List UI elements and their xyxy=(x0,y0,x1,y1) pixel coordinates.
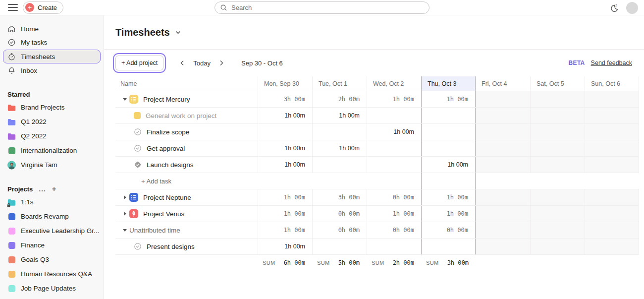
time-cell[interactable] xyxy=(258,173,312,189)
project-item-goals-q3[interactable]: Goals Q3 xyxy=(7,252,104,267)
time-cell[interactable] xyxy=(530,108,585,123)
time-cell[interactable]: 1h 00m xyxy=(367,91,421,107)
expand-triangle-icon[interactable] xyxy=(120,195,129,200)
time-cell[interactable] xyxy=(585,189,639,205)
time-cell[interactable] xyxy=(530,124,585,140)
time-cell[interactable] xyxy=(421,140,476,156)
project-item-1-1s[interactable]: 1:1s xyxy=(7,195,104,209)
time-cell[interactable] xyxy=(530,189,585,205)
time-cell[interactable] xyxy=(476,173,530,189)
time-cell[interactable] xyxy=(476,124,530,140)
time-cell[interactable]: 0h 00m xyxy=(367,222,421,238)
search-bar[interactable] xyxy=(215,1,429,14)
time-cell[interactable] xyxy=(421,124,476,140)
time-cell[interactable] xyxy=(530,91,585,107)
project-item-job-page-updates[interactable]: Job Page Updates xyxy=(7,281,104,296)
starred-item-q2-2022[interactable]: Q2 2022 xyxy=(7,129,104,143)
time-cell[interactable] xyxy=(367,239,421,254)
time-cell[interactable]: 1h 00m xyxy=(421,91,476,107)
time-cell[interactable]: 0h 00m xyxy=(312,222,367,238)
next-week-icon[interactable] xyxy=(215,57,227,69)
time-cell[interactable] xyxy=(421,108,476,123)
task-name[interactable]: Finalize scope xyxy=(147,128,189,136)
time-cell[interactable]: 1h 00m xyxy=(312,140,367,156)
project-item-human-resources-q-a[interactable]: Human Resources Q&A xyxy=(7,267,104,281)
sidebar-toggle-icon[interactable] xyxy=(8,4,18,11)
starred-item-virginia-tam[interactable]: Virginia Tam xyxy=(7,158,104,172)
send-feedback-link[interactable]: Send feedback xyxy=(591,60,632,66)
time-cell[interactable] xyxy=(585,157,639,173)
time-cell[interactable] xyxy=(585,239,639,254)
time-cell[interactable] xyxy=(585,108,639,123)
task-name[interactable]: General work on project xyxy=(146,112,216,120)
chevron-down-icon[interactable] xyxy=(175,29,181,36)
projects-add-icon[interactable]: + xyxy=(52,185,56,193)
group-name[interactable]: Unattributed time xyxy=(129,227,180,234)
time-cell[interactable] xyxy=(530,239,585,254)
time-cell[interactable] xyxy=(476,206,530,222)
time-cell[interactable] xyxy=(421,173,476,189)
time-cell[interactable] xyxy=(312,173,367,189)
time-cell[interactable] xyxy=(367,157,421,173)
collapse-triangle-icon[interactable] xyxy=(120,97,129,102)
time-cell[interactable] xyxy=(312,124,367,140)
time-cell[interactable] xyxy=(476,157,530,173)
time-cell[interactable]: 1h 00m xyxy=(258,222,312,238)
time-cell[interactable] xyxy=(585,91,639,107)
sidebar-item-home[interactable]: Home xyxy=(0,22,104,36)
time-cell[interactable] xyxy=(530,173,585,189)
time-cell[interactable]: 3h 00m xyxy=(312,189,367,205)
project-name[interactable]: Project Mercury xyxy=(143,96,190,103)
project-item-boards-revamp[interactable]: Boards Revamp xyxy=(7,209,104,224)
starred-item-q1-2022[interactable]: Q1 2022 xyxy=(7,115,104,129)
time-cell[interactable]: 1h 00m xyxy=(258,108,312,123)
time-cell[interactable] xyxy=(312,239,367,254)
time-cell[interactable] xyxy=(367,108,421,123)
user-avatar[interactable] xyxy=(626,2,638,14)
projects-more-icon[interactable]: ... xyxy=(39,185,46,193)
sidebar-item-inbox[interactable]: Inbox xyxy=(0,64,104,77)
task-circle-icon[interactable] xyxy=(134,128,142,136)
time-cell[interactable] xyxy=(530,157,585,173)
time-cell[interactable] xyxy=(585,124,639,140)
project-name[interactable]: Project Neptune xyxy=(143,194,191,201)
task-circle-icon[interactable] xyxy=(134,242,142,250)
expand-triangle-icon[interactable] xyxy=(120,211,129,216)
task-name[interactable]: Present designs xyxy=(147,243,195,250)
create-button[interactable]: + Create xyxy=(23,1,63,14)
today-button[interactable]: Today xyxy=(190,60,214,67)
add-task-button[interactable]: + Add task xyxy=(141,178,171,185)
time-cell[interactable] xyxy=(476,222,530,238)
task-done-icon[interactable] xyxy=(134,161,142,169)
time-cell[interactable]: 0h 00m xyxy=(367,189,421,205)
time-cell[interactable] xyxy=(530,222,585,238)
project-item-finance[interactable]: Finance xyxy=(7,238,104,252)
time-cell[interactable] xyxy=(312,157,367,173)
sidebar-item-my-tasks[interactable]: My tasks xyxy=(0,36,104,49)
add-project-button[interactable]: + Add project xyxy=(115,56,163,70)
time-cell[interactable] xyxy=(421,239,476,254)
time-cell[interactable]: 1h 00m xyxy=(258,140,312,156)
time-cell[interactable]: 1h 00m xyxy=(367,206,421,222)
time-cell[interactable]: 1h 00m xyxy=(258,239,312,254)
time-cell[interactable]: 1h 00m xyxy=(421,206,476,222)
time-cell[interactable]: 1h 00m xyxy=(367,124,421,140)
time-cell[interactable] xyxy=(585,140,639,156)
time-cell[interactable] xyxy=(530,140,585,156)
time-cell[interactable]: 1h 00m xyxy=(258,157,312,173)
time-cell[interactable]: 1h 00m xyxy=(421,189,476,205)
collapse-triangle-icon[interactable] xyxy=(120,228,129,233)
time-cell[interactable]: 1h 00m xyxy=(312,108,367,123)
time-cell[interactable]: 1h 00m xyxy=(258,206,312,222)
time-cell[interactable] xyxy=(476,108,530,123)
sidebar-item-timesheets[interactable]: Timesheets xyxy=(3,50,101,63)
time-cell[interactable] xyxy=(367,173,421,189)
time-cell[interactable]: 2h 00m xyxy=(312,91,367,107)
search-input[interactable] xyxy=(231,4,424,11)
time-cell[interactable] xyxy=(476,140,530,156)
project-name[interactable]: Project Venus xyxy=(143,210,184,218)
time-cell[interactable] xyxy=(476,239,530,254)
time-cell[interactable]: 0h 00m xyxy=(421,222,476,238)
starred-item-brand-projects[interactable]: Brand Projects xyxy=(7,100,104,115)
prev-week-icon[interactable] xyxy=(176,57,188,69)
